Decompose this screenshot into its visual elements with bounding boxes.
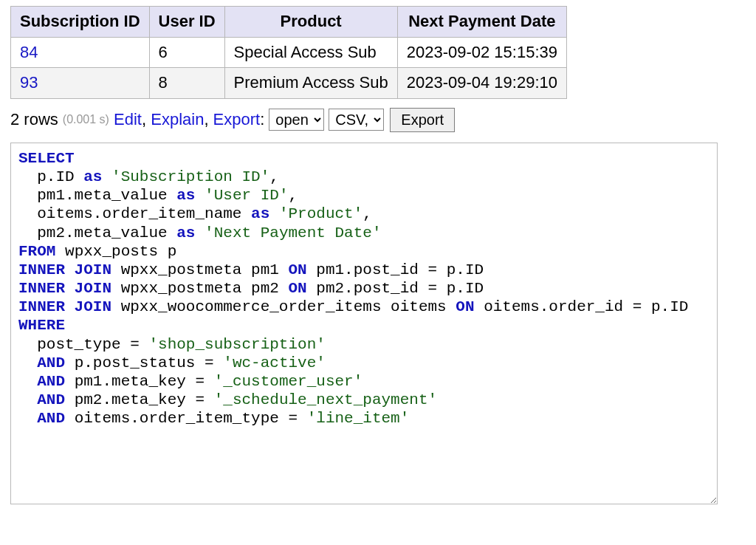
- cell-product: Premium Access Sub: [224, 68, 397, 99]
- edit-link[interactable]: Edit: [114, 110, 142, 129]
- cell-product: Special Access Sub: [224, 37, 397, 68]
- column-header[interactable]: Product: [224, 7, 397, 38]
- cell-next-payment: 2023-09-04 19:29:10: [397, 68, 566, 99]
- export-link[interactable]: Export: [213, 110, 261, 129]
- query-timing: (0.001 s): [63, 113, 109, 126]
- column-header[interactable]: Subscription ID: [11, 7, 150, 38]
- cell-user-id: 8: [149, 68, 224, 99]
- table-row: 84 6 Special Access Sub 2023-09-02 15:15…: [11, 37, 567, 68]
- export-format-select[interactable]: CSV,: [329, 109, 384, 131]
- column-header[interactable]: User ID: [149, 7, 224, 38]
- column-header[interactable]: Next Payment Date: [397, 7, 566, 38]
- table-header-row: Subscription ID User ID Product Next Pay…: [11, 7, 567, 38]
- cell-user-id: 6: [149, 37, 224, 68]
- subscription-id-link[interactable]: 93: [20, 73, 38, 92]
- export-how-select[interactable]: open: [269, 109, 324, 131]
- sql-textarea[interactable]: SELECT p.ID as 'Subscription ID', pm1.me…: [10, 143, 718, 504]
- status-line: 2 rows (0.001 s) Edit, Explain, Export: …: [10, 108, 746, 132]
- explain-link[interactable]: Explain: [151, 110, 204, 129]
- table-row: 93 8 Premium Access Sub 2023-09-04 19:29…: [11, 68, 567, 99]
- rows-count: 2 rows: [10, 110, 58, 129]
- subscription-id-link[interactable]: 84: [20, 43, 38, 61]
- cell-next-payment: 2023-09-02 15:15:39: [397, 37, 566, 68]
- results-table: Subscription ID User ID Product Next Pay…: [10, 6, 567, 99]
- export-button[interactable]: Export: [390, 108, 455, 132]
